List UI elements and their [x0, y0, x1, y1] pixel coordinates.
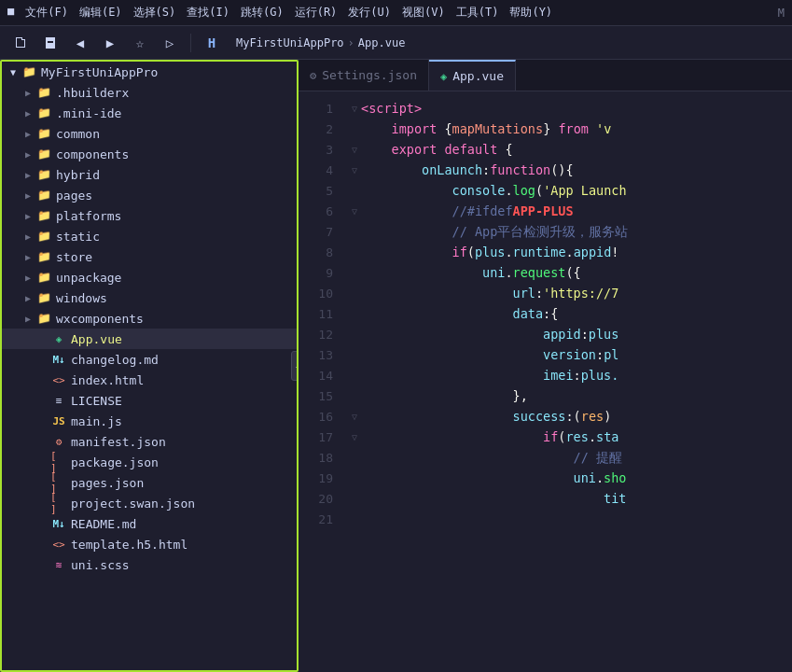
label-index-html: index.html [71, 373, 144, 387]
label-project-swan: project.swan.json [71, 497, 195, 511]
code-1-tag: <script> [361, 99, 422, 119]
tree-item-pages[interactable]: ▶ 📁 pages [2, 185, 297, 205]
save-button[interactable] [37, 30, 63, 56]
arrow-platforms: ▶ [21, 208, 35, 223]
code-line-19: ▽ uni . sho [348, 469, 792, 489]
fold-4[interactable]: ▽ [348, 161, 361, 181]
code-line-14: ▽ imei : plus. [348, 366, 792, 386]
fold-16[interactable]: ▽ [348, 407, 361, 427]
tree-item-store[interactable]: ▶ 📁 store [2, 246, 297, 267]
line-num-11: 11 [299, 304, 333, 325]
tree-item-platforms[interactable]: ▶ 📁 platforms [2, 205, 297, 226]
tree-item-template-h5[interactable]: ▶ <> template.h5.html [2, 534, 297, 554]
tree-item-common[interactable]: ▶ 📁 common [2, 123, 297, 144]
scss-icon-uni: ≋ [50, 557, 67, 572]
code-editor: 1 2 3 4 5 6 7 8 9 10 11 12 13 14 15 16 1… [299, 91, 792, 672]
tree-item-windows[interactable]: ▶ 📁 windows [2, 287, 297, 308]
line-num-6: 6 [299, 202, 333, 222]
run-button[interactable]: ▷ [157, 30, 183, 56]
tab-settings-json[interactable]: ⚙ Settings.json [299, 60, 429, 91]
menu-run[interactable]: 运行(R) [295, 5, 338, 21]
menu-edit[interactable]: 编辑(E) [79, 5, 122, 21]
breadcrumb-root[interactable]: MyFirstUniAppPro [236, 36, 344, 49]
code-16-indent [361, 407, 513, 427]
tab-app-vue-label: App.vue [452, 69, 504, 83]
tree-item-components[interactable]: ▶ 📁 components [2, 144, 297, 164]
fold-17[interactable]: ▽ [348, 427, 361, 448]
tree-item-changelog[interactable]: ▶ M↓ changelog.md [2, 349, 297, 370]
line-num-18: 18 [299, 448, 333, 469]
line-num-21: 21 [299, 510, 333, 530]
folder-icon-static: 📁 [35, 229, 52, 244]
arrow-mini-ide: ▶ [21, 105, 35, 120]
svg-rect-3 [24, 40, 25, 48]
js-icon-main: JS [50, 413, 67, 428]
code-content[interactable]: ▽ <script> ▽ import { mapMutations } fro… [340, 91, 792, 672]
tree-root[interactable]: ▼ 📁 MyFirstUniAppPro [2, 62, 297, 82]
menu-find[interactable]: 查找(I) [187, 5, 229, 21]
line-num-9: 9 [299, 263, 333, 284]
fold-1[interactable]: ▽ [348, 99, 361, 119]
code-line-20: ▽ tit [348, 489, 792, 510]
tree-item-hybrid[interactable]: ▶ 📁 hybrid [2, 164, 297, 185]
line-num-20: 20 [299, 489, 333, 510]
toolbar-divider [190, 34, 191, 52]
menu-goto[interactable]: 跳转(G) [241, 5, 284, 21]
label-uni-scss: uni.scss [71, 558, 130, 572]
menu-bar[interactable]: ■ 文件(F) 编辑(E) 选择(S) 查找(I) 跳转(G) 运行(R) 发行… [7, 5, 552, 21]
tree-item-readme[interactable]: ▶ M↓ README.md [2, 513, 297, 534]
tree-item-project-swan[interactable]: ▶ [ ] project.swan.json [2, 493, 297, 513]
menu-publish[interactable]: 发行(U) [348, 5, 391, 21]
label-windows: windows [56, 291, 107, 305]
folder-icon-pages: 📁 [35, 188, 52, 203]
html-icon-template: <> [50, 537, 67, 552]
vue-icon-app: ◈ [50, 331, 67, 346]
tree-item-index-html[interactable]: ▶ <> index.html [2, 370, 297, 390]
menu-help[interactable]: 帮助(Y) [509, 5, 552, 21]
tree-item-app-vue[interactable]: ▶ ◈ App.vue [2, 329, 297, 349]
menu-view[interactable]: 视图(V) [402, 5, 445, 21]
line-num-10: 10 [299, 284, 333, 304]
forward-button[interactable]: ▶ [97, 30, 123, 56]
tree-item-license[interactable]: ▶ ≡ LICENSE [2, 390, 297, 411]
tree-item-uni-scss[interactable]: ▶ ≋ uni.scss [2, 554, 297, 575]
bookmark-button[interactable]: ☆ [127, 30, 153, 56]
label-package-json: package.json [71, 455, 159, 469]
tree-item-hbuilderx[interactable]: ▶ 📁 .hbuilderx [2, 82, 297, 103]
code-line-11: ▽ data : { [348, 304, 792, 325]
breadcrumb-file[interactable]: App.vue [358, 36, 406, 49]
svg-rect-5 [21, 39, 25, 40]
root-folder-icon: 📁 [21, 64, 37, 79]
back-button[interactable]: ◀ [67, 30, 93, 56]
arrow-unpackage: ▶ [21, 270, 35, 285]
line-num-15: 15 [299, 386, 333, 407]
sidebar-collapse-button[interactable]: ◀ [291, 351, 299, 381]
tree-item-pages-json[interactable]: ▶ [ ] pages.json [2, 472, 297, 493]
line-num-5: 5 [299, 181, 333, 202]
tree-item-package-json[interactable]: ▶ [ ] package.json [2, 452, 297, 472]
tree-item-static[interactable]: ▶ 📁 static [2, 226, 297, 246]
license-icon: ≡ [50, 393, 67, 408]
folder-icon-platforms: 📁 [35, 208, 52, 223]
tree-item-manifest[interactable]: ▶ ⚙ manifest.json [2, 431, 297, 452]
label-hybrid: hybrid [56, 168, 100, 182]
line-num-17: 17 [299, 427, 333, 448]
tree-item-wxcomponents[interactable]: ▶ 📁 wxcomponents [2, 308, 297, 329]
menu-tools[interactable]: 工具(T) [456, 5, 499, 21]
code-11-indent [361, 304, 513, 325]
code-line-6: ▽ // #ifdef APP-PLUS [348, 202, 792, 222]
tab-app-vue[interactable]: ◈ App.vue [429, 60, 516, 91]
tree-item-unpackage[interactable]: ▶ 📁 unpackage [2, 267, 297, 287]
code-2-import: import [392, 119, 438, 140]
code-line-18: ▽ // 提醒 [348, 448, 792, 469]
tree-item-mini-ide[interactable]: ▶ 📁 .mini-ide [2, 103, 297, 123]
fold-6[interactable]: ▽ [348, 202, 361, 222]
menu-file[interactable]: 文件(F) [25, 5, 68, 21]
fold-3[interactable]: ▽ [348, 140, 361, 161]
new-file-button[interactable] [7, 30, 34, 56]
code-line-17: ▽ if ( res . sta [348, 427, 792, 448]
hbuilder-icon: H [199, 30, 225, 56]
code-8-indent [361, 243, 452, 263]
tree-item-main-js[interactable]: ▶ JS main.js [2, 411, 297, 431]
menu-select[interactable]: 选择(S) [133, 5, 176, 21]
